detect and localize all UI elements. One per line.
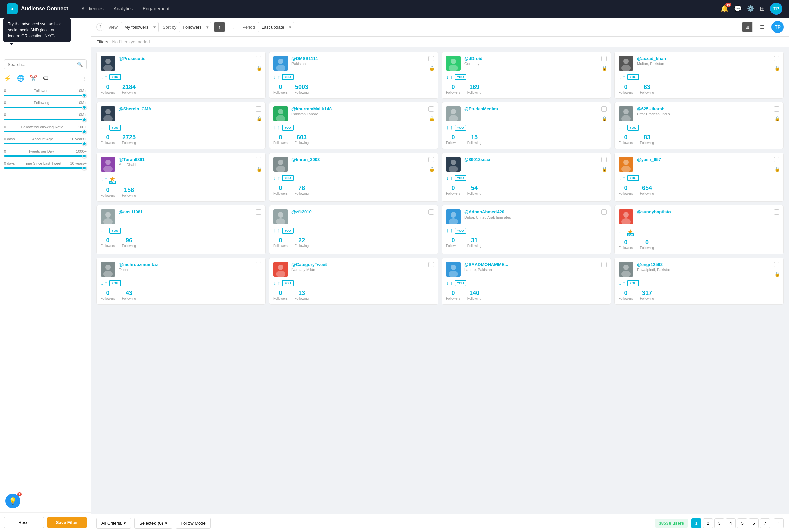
card-username[interactable]: @dDroid xyxy=(464,56,598,61)
search-input[interactable] xyxy=(8,62,77,67)
tag-icon[interactable]: 🏷 xyxy=(42,75,49,82)
more-icon[interactable]: ⋮ xyxy=(82,76,86,81)
card-checkbox[interactable] xyxy=(601,107,607,112)
follow-mode-button[interactable]: Follow Mode xyxy=(176,517,211,529)
card-username[interactable]: @625Utkarsh xyxy=(637,107,770,111)
page-button[interactable]: 7 xyxy=(760,518,770,528)
follow-icon[interactable]: ↓ xyxy=(446,228,449,234)
unfollow-icon[interactable]: ↑ xyxy=(105,74,108,80)
card-username[interactable]: @khurramMalik148 xyxy=(291,107,425,111)
follow-icon[interactable]: ↓ xyxy=(101,176,103,182)
card-username[interactable]: @Imran_3003 xyxy=(291,157,425,162)
card-username[interactable]: @yasir_657 xyxy=(637,157,770,162)
nav-audiences[interactable]: Audiences xyxy=(81,6,103,12)
follow-icon[interactable]: ↓ xyxy=(446,280,449,286)
follow-icon[interactable]: ↓ xyxy=(619,280,621,286)
follow-icon[interactable]: ↓ xyxy=(273,228,276,234)
unfollow-icon[interactable]: ↑ xyxy=(277,280,280,286)
unfollow-icon[interactable]: ↑ xyxy=(450,125,453,131)
app-logo[interactable]: a Audiense Connect xyxy=(7,3,68,14)
card-checkbox[interactable] xyxy=(256,107,261,112)
card-username[interactable]: @EtudesMedias xyxy=(464,107,598,111)
card-username[interactable]: @CategoryTweet xyxy=(291,262,425,267)
card-checkbox[interactable] xyxy=(601,262,607,267)
next-page-button[interactable]: › xyxy=(773,518,784,528)
unfollow-icon[interactable]: ↑ xyxy=(105,125,108,131)
card-checkbox[interactable] xyxy=(774,56,779,61)
unfollow-icon[interactable]: ↑ xyxy=(105,176,108,182)
card-checkbox[interactable] xyxy=(428,262,434,267)
follow-icon[interactable]: ↓ xyxy=(619,229,621,235)
unfollow-icon[interactable]: ↑ xyxy=(450,74,453,80)
save-filter-button[interactable]: Save Filter xyxy=(47,517,87,528)
list-view-button[interactable]: ☰ xyxy=(757,22,767,32)
scissors-icon[interactable]: ✂️ xyxy=(30,75,37,82)
grid-icon[interactable]: ⊞ xyxy=(760,5,765,13)
unfollow-icon[interactable]: ↑ xyxy=(623,74,626,80)
grid-view-button[interactable]: ⊞ xyxy=(742,22,753,32)
card-checkbox[interactable] xyxy=(256,56,261,61)
follow-icon[interactable]: ↓ xyxy=(101,74,103,80)
card-checkbox[interactable] xyxy=(256,262,261,267)
period-select[interactable]: Last update xyxy=(258,22,294,32)
sort-desc-button[interactable]: ↓ xyxy=(228,22,238,32)
card-checkbox[interactable] xyxy=(428,107,434,112)
card-username[interactable]: @axxad_khan xyxy=(637,56,770,61)
unfollow-icon[interactable]: ↑ xyxy=(623,125,626,131)
follow-icon[interactable]: ↓ xyxy=(101,280,103,286)
follow-icon[interactable]: ↓ xyxy=(619,125,621,131)
unfollow-icon[interactable]: ↑ xyxy=(623,280,626,286)
page-button[interactable]: 6 xyxy=(749,518,759,528)
page-button[interactable]: 2 xyxy=(703,518,713,528)
unfollow-icon[interactable]: ↑ xyxy=(277,175,280,181)
card-username[interactable]: @Sherein_CMA xyxy=(119,107,252,111)
card-checkbox[interactable] xyxy=(774,157,779,162)
sort-asc-button[interactable]: ↑ xyxy=(214,22,225,32)
card-checkbox[interactable] xyxy=(601,56,607,61)
unfollow-icon[interactable]: ↑ xyxy=(450,175,453,181)
card-username[interactable]: @DMSS1111 xyxy=(291,56,425,61)
card-checkbox[interactable] xyxy=(601,157,607,162)
page-button[interactable]: 5 xyxy=(737,518,747,528)
card-username[interactable]: @89012ssaa xyxy=(464,157,598,162)
reset-button[interactable]: Reset xyxy=(4,517,44,528)
card-checkbox[interactable] xyxy=(428,157,434,162)
unfollow-icon[interactable]: ↑ xyxy=(277,228,280,234)
follow-icon[interactable]: ↓ xyxy=(619,175,621,181)
card-username[interactable]: @AdnanAhmed420 xyxy=(464,209,598,214)
help-button[interactable]: ? xyxy=(96,23,104,31)
unfollow-icon[interactable]: ↑ xyxy=(623,229,626,235)
card-username[interactable]: @zfk2010 xyxy=(291,209,425,214)
follow-icon[interactable]: ↓ xyxy=(273,175,276,181)
page-button[interactable]: 3 xyxy=(714,518,724,528)
unfollow-icon[interactable]: ↑ xyxy=(450,228,453,234)
follow-icon[interactable]: ↓ xyxy=(619,74,621,80)
unfollow-icon[interactable]: ↑ xyxy=(277,125,280,131)
card-checkbox[interactable] xyxy=(774,107,779,112)
globe-icon[interactable]: 🌐 xyxy=(17,75,24,82)
settings-icon[interactable]: ⚙️ xyxy=(747,5,754,13)
follow-icon[interactable]: ↓ xyxy=(273,280,276,286)
card-username[interactable]: @Prosecutie xyxy=(119,56,252,61)
sort-select[interactable]: Followers xyxy=(179,22,211,32)
card-checkbox[interactable] xyxy=(601,209,607,215)
card-checkbox[interactable] xyxy=(256,157,261,162)
follow-icon[interactable]: ↓ xyxy=(446,74,449,80)
view-select[interactable]: My followers xyxy=(120,22,158,32)
unfollow-icon[interactable]: ↑ xyxy=(450,280,453,286)
card-checkbox[interactable] xyxy=(428,56,434,61)
card-checkbox[interactable] xyxy=(428,209,434,215)
unfollow-icon[interactable]: ↑ xyxy=(105,228,108,234)
card-username[interactable]: @SAADMOHAMME... xyxy=(464,262,598,267)
messages-icon[interactable]: 💬 xyxy=(734,5,742,13)
card-username[interactable]: @aasif1981 xyxy=(119,209,252,214)
nav-analytics[interactable]: Analytics xyxy=(114,6,133,12)
follow-icon[interactable]: ↓ xyxy=(101,228,103,234)
card-checkbox[interactable] xyxy=(774,209,779,215)
page-button[interactable]: 1 xyxy=(691,518,701,528)
notifications-button[interactable]: 🔔 50 xyxy=(720,5,729,13)
follow-icon[interactable]: ↓ xyxy=(273,125,276,131)
selected-button[interactable]: Selected (0) ▾ xyxy=(134,517,172,529)
tips-button[interactable]: 💡 9 xyxy=(5,494,20,509)
follow-icon[interactable]: ↓ xyxy=(273,74,276,80)
